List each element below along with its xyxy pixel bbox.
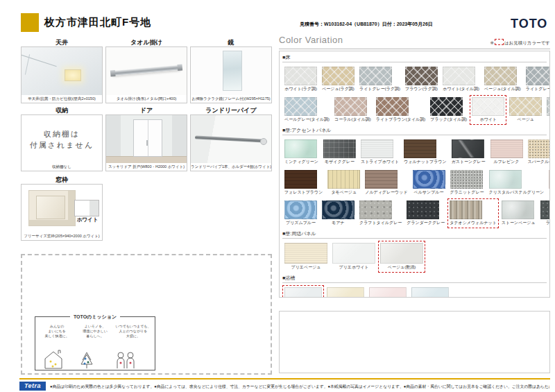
- swatch-color: [361, 139, 393, 158]
- color-variation-groups: ■床ホワイト(ラグ調)ベージュ(ラグ調)ライトグレー(ラグ調)ブラウン(ラグ調)…: [279, 51, 550, 298]
- color-swatch-selected: ホワイト: [282, 285, 324, 298]
- color-swatch: クラフトタイルグレー: [357, 198, 404, 228]
- color-swatch: ライトグレー(ラグ調): [357, 65, 402, 94]
- color-swatch: ブルー: [409, 285, 451, 298]
- swatch-label: ベルサンブルー: [413, 189, 445, 196]
- swatch-label: ノルディグレーウッド: [365, 189, 407, 196]
- product-title: 窓枠: [21, 176, 103, 184]
- swatch-color: [526, 67, 550, 85]
- product-caption: フリーサイズ窓枠(205×940×2000 ホワイト): [22, 232, 102, 240]
- swatch-color: [407, 201, 439, 219]
- product-title: ランドリーパイプ: [190, 106, 272, 114]
- product-towel-bar: タオル掛け タオル掛け(角形)メタル(間口+400): [105, 38, 187, 103]
- swatch-label: ペールグレー(タイル調): [284, 117, 330, 123]
- color-swatch: ブラック(タイル調): [428, 95, 469, 125]
- product-image-box: スッキリドア 折戸(W800・H2000 ホワイト): [105, 114, 187, 171]
- cv-swatch-row: ホワイト(ラグ調)ベージュ(ラグ調)ライトグレー(ラグ調)ブラウン(ラグ調)ホワ…: [282, 65, 547, 94]
- cv-swatch-row: プリズムブルーモアナクラフトタイルグレーグランダークグレータテオシメウォルナット…: [282, 198, 547, 228]
- swatch-label: プリズムブルー: [284, 220, 317, 226]
- cv-group-accent_panel: ■壁:アクセントパネルミンティグリーンモザイクグレーストライプホワイトウォルナッ…: [282, 126, 547, 228]
- product-title: 収納: [21, 106, 103, 114]
- swatch-label: ベージュ(タイル調): [484, 86, 521, 92]
- swatch-label: クラフトタイルグレー: [359, 220, 402, 226]
- color-swatch: モザイクグレー: [321, 137, 358, 167]
- product-caption: スッキリドア 折戸(W800・H2000 ホワイト): [106, 163, 187, 171]
- mission-title: TOTOのミッション: [70, 314, 120, 319]
- swatch-label: スパークルベージュ: [528, 159, 551, 165]
- swatch-color: [489, 170, 522, 189]
- color-swatch: モアナ: [320, 198, 357, 228]
- swatch-label: モアナ: [322, 220, 355, 226]
- swatch-label: ベージュ(ラグ調): [322, 86, 355, 92]
- swatch-color: [284, 97, 317, 116]
- brand-color-square: [21, 13, 39, 32]
- swatch-label: クリスタルパステルグリーン: [489, 189, 545, 196]
- cv-swatch-row: ペールグレー(タイル調)コーラル(タイル調)ライトブラウン(タイル調)ブラック(…: [282, 95, 547, 125]
- product-title: ドア: [105, 106, 187, 114]
- cv-group-title: ■壁:アクセントパネル: [282, 126, 547, 135]
- swatch-color: [502, 201, 534, 219]
- color-swatch-selected: ベージュ(艶消): [378, 241, 425, 273]
- toto-logo: TOTO: [511, 17, 547, 31]
- window-color-swatch: [74, 200, 99, 216]
- color-swatch: フォレストブラウン: [282, 168, 325, 198]
- color-swatch: ベージュ(ラグ調): [320, 65, 357, 94]
- swatch-color: [413, 170, 445, 189]
- swatch-color: [450, 170, 483, 189]
- toto-mission-box: TOTOのミッション みんなのまいにちを美しく快適に。 よいモノを、環境にやさし…: [35, 316, 155, 370]
- swatch-label: タモベージュ: [327, 189, 360, 196]
- product-image-box: 収納棚は 付属されません 収納棚なし: [21, 114, 103, 171]
- swatch-color: [284, 243, 327, 264]
- swatch-color: [404, 139, 436, 158]
- product-caption: 平天井(抗菌・防カビ仕様)(壁高2+0150): [22, 95, 102, 103]
- color-swatch: ガストーングレー: [450, 137, 488, 167]
- swatch-color: [284, 201, 317, 219]
- swatch-color: [369, 287, 407, 298]
- swatch-label: グラニットグレー: [450, 189, 484, 196]
- mission-column: いつでもいつまでも、人とのつながりを大切に。: [114, 324, 152, 339]
- swatch-label: ウォルナットブラウン: [404, 159, 446, 165]
- swatch-color: [327, 170, 360, 189]
- swatch-color: [547, 97, 550, 116]
- product-title: 鏡: [190, 38, 272, 46]
- product-window-frame: 窓枠 ホワイト フリーサイズ窓枠(205×940×2000 ホワイト): [21, 176, 103, 241]
- swatch-label: ストライプホワイト: [361, 159, 399, 165]
- color-swatch-selected: ホワイト: [470, 95, 506, 125]
- swatch-label: ミンティグリーン: [284, 159, 318, 165]
- color-variation-section: Color Variation ※はお見積りカラーです ■床ホワイト(ラグ調)ベ…: [279, 35, 550, 298]
- swatch-color: [540, 201, 550, 219]
- swatch-color: [284, 170, 317, 189]
- estimate-number: 見積番号：W103162-04（UB81870）日付：2023年05月26日: [300, 21, 433, 28]
- color-swatch: クリスタルパステルグリーン: [487, 168, 547, 198]
- swatch-color: [549, 170, 550, 189]
- mirror-photo: [191, 47, 271, 95]
- window-frame-photo: ホワイト: [22, 185, 102, 232]
- cv-swatch-row: フォレストブラウンタモベージュノルディグレーウッドベルサンブルーグラニットグレー…: [282, 168, 547, 198]
- mission-column: よいモノを、環境にやさしい暮らしへ。: [76, 324, 114, 339]
- swatch-label: ホワイト(タイル調): [443, 86, 479, 92]
- swatch-color: [411, 287, 449, 298]
- estimate-color-note: ※はお見積りカラーです: [490, 39, 550, 46]
- color-swatch: ノルディグレーウッド: [363, 168, 409, 198]
- product-mirror: 鏡 お掃除ラクラク鏡(フレーム付)(W295×H1175): [190, 38, 272, 103]
- color-swatch: コーラル(タイル調): [332, 95, 373, 125]
- swatch-label: ライトブラウン(タイル調): [376, 117, 425, 123]
- color-swatch: ルフレピンク: [488, 137, 525, 167]
- swatch-label: クリスタルパステルピンク: [549, 189, 550, 196]
- product-image-box: ランドリーパイプ1本、ホルダー4個(ホワイト): [190, 114, 272, 171]
- color-swatch: ミンティグリーン: [282, 137, 321, 167]
- color-swatch: ベージュ: [325, 285, 366, 298]
- swatch-color: [332, 243, 375, 264]
- color-swatch: プリエベージュ: [282, 241, 330, 273]
- tetra-logo: Tetra: [19, 382, 46, 391]
- product-door: ドア スッキリドア 折戸(W800・H2000 ホワイト): [105, 106, 187, 171]
- towel-bar-photo: [106, 47, 187, 95]
- swatch-color: [472, 97, 504, 116]
- swatch-color: [359, 201, 392, 219]
- swatch-color: [430, 97, 463, 116]
- color-swatch: ラバグレー: [538, 198, 550, 228]
- footer-divider: [19, 378, 550, 380]
- swatch-label: コーラル(タイル調): [334, 117, 371, 123]
- storage-note: 収納棚は 付属されません: [22, 115, 102, 163]
- product-title: 天井: [21, 38, 103, 46]
